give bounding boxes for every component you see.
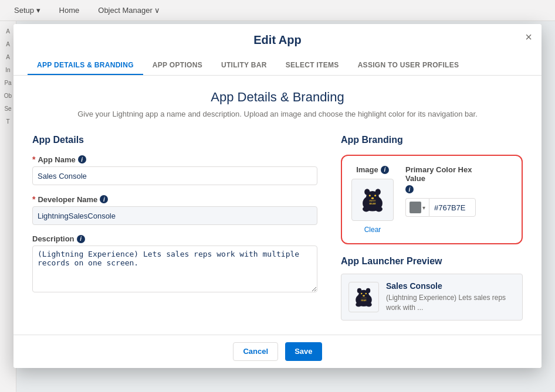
svg-text:BEAR: BEAR <box>370 203 376 205</box>
svg-point-21 <box>363 295 365 297</box>
svg-text:BEAR: BEAR <box>361 299 367 302</box>
tab-select-items[interactable]: SELECT ITEMS <box>276 56 348 75</box>
color-label: Primary Color Hex Value i <box>405 165 476 193</box>
launcher-preview-heading: App Launcher Preview <box>341 256 523 267</box>
tab-assign-user-profiles[interactable]: ASSIGN TO USER PROFILES <box>348 56 469 75</box>
app-name-label: * App Name i <box>32 155 317 164</box>
description-info-icon[interactable]: i <box>77 235 85 243</box>
required-star: * <box>32 155 35 164</box>
bear-icon: BEAR MAKER <box>354 185 391 214</box>
bg-sidebar-item: A <box>2 39 13 50</box>
app-name-info-icon[interactable]: i <box>78 155 86 163</box>
bg-sidebar-item: A <box>2 52 13 63</box>
app-name-input[interactable] <box>32 166 317 185</box>
description-group: Description i (Lightning Experience) Let… <box>32 234 317 295</box>
svg-point-15 <box>356 302 361 307</box>
section-subtitle: Give your Lightning app a name and descr… <box>32 110 523 118</box>
app-details-heading: App Details <box>32 135 317 145</box>
image-preview[interactable]: BEAR MAKER <box>351 179 394 221</box>
launcher-preview-card: BEAR MAKER Sales Console (Lightning Exp <box>341 274 523 321</box>
svg-point-10 <box>371 197 374 199</box>
image-label: Image i <box>356 165 389 174</box>
required-star-dev: * <box>32 195 35 204</box>
modal-overlay: Setup ▾ Home Object Manager ∨ A A A In P… <box>0 0 555 392</box>
bg-sidebar-item: In <box>2 64 13 76</box>
launcher-app-description: (Lightning Experience) Lets sales reps w… <box>386 293 515 313</box>
app-branding-heading: App Branding <box>341 135 523 145</box>
description-label: Description i <box>32 234 317 243</box>
bg-sidebar-item: Ob <box>2 90 13 102</box>
modal-footer: Cancel Save <box>13 335 542 368</box>
color-info-icon[interactable]: i <box>405 185 414 193</box>
developer-name-label: * Developer Name i <box>32 195 317 204</box>
bg-sidebar-item: Se <box>2 103 13 115</box>
color-section: Primary Color Hex Value i ▾ <box>405 165 476 217</box>
developer-name-info-icon[interactable]: i <box>100 195 108 203</box>
svg-text:MAKER: MAKER <box>361 297 367 299</box>
tab-app-options[interactable]: APP OPTIONS <box>143 56 212 75</box>
cancel-button[interactable]: Cancel <box>233 342 278 361</box>
app-name-group: * App Name i <box>32 155 317 185</box>
developer-name-label-text: Developer Name <box>38 195 97 204</box>
developer-name-group: * Developer Name i <box>32 195 317 225</box>
bg-tab-home: Home <box>52 0 87 21</box>
svg-point-4 <box>363 206 370 212</box>
image-info-icon[interactable]: i <box>381 166 389 174</box>
svg-point-20 <box>366 293 367 295</box>
svg-point-3 <box>375 189 381 195</box>
app-details-column: App Details * App Name i * <box>32 135 317 304</box>
svg-point-19 <box>361 293 363 295</box>
description-textarea[interactable]: (Lightning Experience) Lets sales reps w… <box>32 246 317 292</box>
modal-title: Edit App <box>28 33 527 47</box>
tabs-bar: APP DETAILS & BRANDING APP OPTIONS UTILI… <box>28 56 527 75</box>
svg-point-5 <box>375 206 383 212</box>
launcher-icon: BEAR MAKER <box>348 282 379 312</box>
color-swatch <box>410 202 421 213</box>
save-button[interactable]: Save <box>285 342 322 361</box>
tab-utility-bar[interactable]: UTILITY BAR <box>212 56 276 75</box>
color-swatch-button[interactable]: ▾ <box>405 198 429 217</box>
tab-app-details-branding[interactable]: APP DETAILS & BRANDING <box>28 56 143 75</box>
launcher-app-name: Sales Console <box>386 281 515 291</box>
color-label-text: Primary Color Hex Value <box>405 165 476 183</box>
clear-image-link[interactable]: Clear <box>364 226 381 234</box>
branding-box: Image i <box>341 155 523 244</box>
developer-name-input[interactable] <box>32 206 317 225</box>
svg-point-13 <box>357 288 362 294</box>
chevron-down-icon: ▾ <box>422 204 425 211</box>
section-heading: App Details & Branding <box>32 90 523 105</box>
background-header: Setup ▾ Home Object Manager ∨ <box>0 0 555 21</box>
image-label-text: Image <box>356 165 378 174</box>
color-hex-input[interactable] <box>429 198 476 217</box>
bg-sidebar-item: Pa <box>2 77 13 89</box>
launcher-text: Sales Console (Lightning Experience) Let… <box>386 281 515 313</box>
bg-sidebar-item: A <box>2 26 13 38</box>
modal-close-button[interactable]: × <box>525 31 532 43</box>
app-branding-column: App Branding Image i <box>341 135 523 321</box>
branding-inner: Image i <box>351 165 512 234</box>
svg-point-14 <box>366 288 371 294</box>
svg-point-16 <box>366 302 372 307</box>
modal-header: × Edit App APP DETAILS & BRANDING APP OP… <box>13 24 542 76</box>
description-label-text: Description <box>32 234 75 243</box>
modal-body: App Details & Branding Give your Lightni… <box>13 76 542 335</box>
bg-tab-object-manager: Object Manager ∨ <box>91 0 167 21</box>
svg-text:MAKER: MAKER <box>370 200 377 202</box>
color-picker-row: ▾ <box>405 198 476 217</box>
svg-point-9 <box>374 195 376 196</box>
bg-sidebar-item: T <box>2 116 13 128</box>
edit-app-modal: × Edit App APP DETAILS & BRANDING APP OP… <box>13 24 542 368</box>
two-column-layout: App Details * App Name i * <box>32 135 523 321</box>
launcher-bear-icon: BEAR MAKER <box>349 285 378 309</box>
image-section: Image i <box>351 165 394 234</box>
svg-point-8 <box>369 195 371 196</box>
bg-tab-setup: Setup ▾ <box>7 0 48 21</box>
app-name-label-text: App Name <box>38 155 75 164</box>
svg-point-2 <box>364 189 370 195</box>
